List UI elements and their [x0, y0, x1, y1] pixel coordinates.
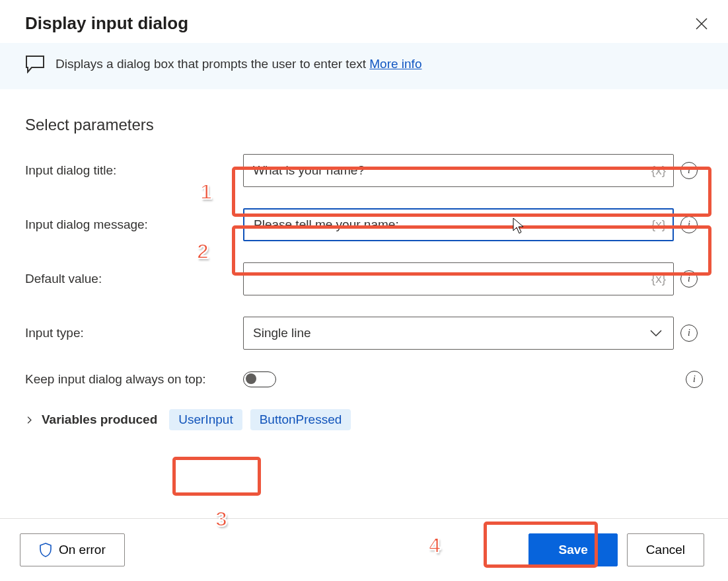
save-label: Save [558, 543, 587, 557]
cancel-button[interactable]: Cancel [627, 533, 704, 566]
on-error-button[interactable]: On error [20, 533, 125, 566]
info-icon[interactable]: i [680, 216, 698, 233]
field-label: Input dialog title: [25, 163, 243, 178]
variables-produced-row: Variables produced UserInput ButtonPress… [25, 409, 703, 430]
description-text: Displays a dialog box that prompts the u… [55, 57, 421, 71]
input-dialog-message-field[interactable] [243, 208, 674, 241]
input-dialog-title-field[interactable] [243, 154, 674, 187]
input-type-select[interactable]: Single line [243, 317, 674, 350]
variable-chip-buttonpressed[interactable]: ButtonPressed [250, 409, 351, 430]
message-icon [25, 55, 45, 73]
field-row-input-type: Input type: Single line i [25, 317, 703, 350]
field-row-default: Default value: {x} i [25, 262, 703, 295]
info-icon[interactable]: i [680, 270, 698, 288]
close-button[interactable] [692, 15, 711, 33]
save-button[interactable]: Save [528, 533, 617, 566]
toggle-knob [246, 373, 256, 384]
description-body: Displays a dialog box that prompts the u… [55, 57, 369, 71]
cancel-label: Cancel [646, 543, 685, 557]
annotation-box-3 [172, 457, 261, 496]
on-error-label: On error [59, 543, 106, 557]
more-info-link[interactable]: More info [369, 57, 421, 71]
parameters-body: Select parameters Input dialog title: {x… [0, 89, 728, 437]
field-label: Default value: [25, 272, 243, 286]
field-row-message: Input dialog message: {x} i [25, 208, 703, 241]
select-value: Single line [253, 326, 311, 340]
field-label: Keep input dialog always on top: [25, 372, 243, 387]
dialog-header: Display input dialog [0, 0, 728, 43]
field-row-title: Input dialog title: {x} i [25, 154, 703, 187]
always-on-top-toggle[interactable] [243, 371, 276, 387]
variables-produced-label: Variables produced [42, 412, 157, 427]
field-label: Input type: [25, 326, 243, 340]
info-icon[interactable]: i [680, 325, 698, 342]
info-icon[interactable]: i [680, 162, 698, 179]
dialog-footer: On error Save Cancel [0, 518, 728, 581]
variable-chip-userinput[interactable]: UserInput [169, 409, 242, 430]
field-row-always-on-top: Keep input dialog always on top: i [25, 371, 703, 388]
section-heading: Select parameters [25, 116, 703, 134]
info-icon[interactable]: i [686, 371, 703, 388]
default-value-field[interactable] [243, 262, 674, 295]
shield-icon [39, 543, 52, 557]
chevron-down-icon [649, 329, 663, 337]
description-bar: Displays a dialog box that prompts the u… [0, 43, 728, 89]
field-label: Input dialog message: [25, 217, 243, 232]
chevron-right-icon[interactable] [25, 416, 34, 424]
close-icon [696, 18, 708, 30]
dialog-title: Display input dialog [25, 13, 188, 34]
